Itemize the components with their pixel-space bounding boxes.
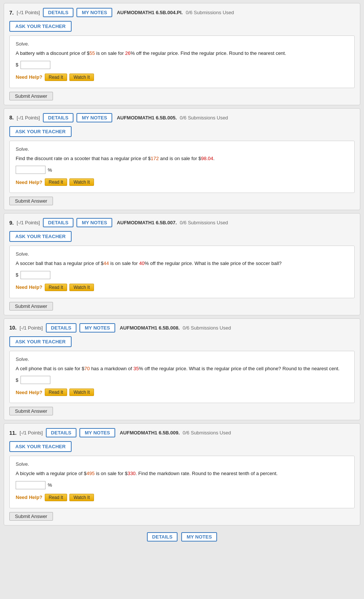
- ask-teacher-button[interactable]: ASK YOUR TEACHER: [9, 231, 72, 242]
- solve-label: Solve.: [16, 146, 348, 152]
- question-number: 7.: [9, 10, 14, 16]
- question-header: 10.[-/1 Points]DETAILSMY NOTESAUFMODMATH…: [9, 323, 355, 333]
- points-label: [-/1 Points]: [17, 10, 40, 15]
- question-header: 9.[-/1 Points]DETAILSMY NOTESAUFMODMATH1…: [9, 218, 355, 227]
- percent-label: %: [48, 482, 52, 488]
- ask-teacher-button[interactable]: ASK YOUR TEACHER: [9, 441, 72, 452]
- watch-it-button[interactable]: Watch It: [69, 389, 94, 396]
- bottom-details-button[interactable]: DETAILS: [147, 532, 178, 542]
- read-it-button[interactable]: Read It: [45, 389, 68, 396]
- dollar-sign: $: [16, 377, 18, 383]
- problem-text: A bicycle with a regular price of $495 i…: [16, 470, 348, 477]
- dollar-sign: $: [16, 62, 18, 68]
- answer-row: %: [16, 481, 348, 489]
- problem-id: AUFMODMATH1 6.5B.004.PI.: [117, 10, 183, 15]
- problem-text: Find the discount rate on a scooter that…: [16, 155, 348, 162]
- need-help-text: Need Help?: [16, 180, 43, 185]
- answer-row: $: [16, 271, 348, 279]
- my-notes-button[interactable]: MY NOTES: [76, 8, 112, 17]
- details-button[interactable]: DETAILS: [46, 428, 77, 437]
- problem-id: AUFMODMATH1 6.5B.007.: [117, 220, 177, 225]
- solve-box: Solve.A cell phone that is on sale for $…: [9, 351, 355, 403]
- solve-label: Solve.: [16, 251, 348, 257]
- need-help-text: Need Help?: [16, 74, 43, 80]
- points-label: [-/1 Points]: [19, 325, 43, 331]
- question-block-9: 9.[-/1 Points]DETAILSMY NOTESAUFMODMATH1…: [4, 213, 360, 315]
- ask-teacher-button[interactable]: ASK YOUR TEACHER: [9, 126, 72, 137]
- read-it-button[interactable]: Read It: [45, 494, 68, 501]
- submissions-label: 0/6 Submissions Used: [186, 10, 234, 15]
- read-it-button[interactable]: Read It: [45, 74, 68, 81]
- solve-box: Solve.A soccer ball that has a regular p…: [9, 246, 355, 298]
- solve-box: Solve.A bicycle with a regular price of …: [9, 456, 355, 508]
- question-number: 8.: [9, 115, 14, 121]
- submit-answer-button[interactable]: Submit Answer: [9, 512, 53, 521]
- watch-it-button[interactable]: Watch It: [69, 284, 94, 291]
- question-number: 10.: [9, 325, 16, 331]
- need-help-text: Need Help?: [16, 495, 43, 500]
- my-notes-button[interactable]: MY NOTES: [79, 428, 115, 437]
- solve-box: Solve.Find the discount rate on a scoote…: [9, 141, 355, 193]
- read-it-button[interactable]: Read It: [45, 178, 68, 186]
- need-help-row: Need Help?Read ItWatch It: [16, 74, 348, 81]
- answer-input[interactable]: [21, 271, 50, 279]
- submit-answer-button[interactable]: Submit Answer: [9, 302, 53, 311]
- answer-row: $: [16, 61, 348, 69]
- dollar-sign: $: [16, 272, 18, 278]
- question-header: 8.[-/1 Points]DETAILSMY NOTESAUFMODMATH1…: [9, 113, 355, 122]
- submissions-label: 0/6 Submissions Used: [183, 430, 231, 436]
- question-block-10: 10.[-/1 Points]DETAILSMY NOTESAUFMODMATH…: [4, 318, 360, 421]
- question-block-8: 8.[-/1 Points]DETAILSMY NOTESAUFMODMATH1…: [4, 108, 360, 210]
- my-notes-button[interactable]: MY NOTES: [79, 323, 115, 333]
- my-notes-button[interactable]: MY NOTES: [76, 113, 112, 122]
- my-notes-button[interactable]: MY NOTES: [76, 218, 112, 227]
- need-help-row: Need Help?Read ItWatch It: [16, 494, 348, 501]
- watch-it-button[interactable]: Watch It: [69, 74, 94, 81]
- question-number: 9.: [9, 220, 14, 226]
- read-it-button[interactable]: Read It: [45, 284, 68, 291]
- details-button[interactable]: DETAILS: [43, 113, 74, 122]
- problem-text: A cell phone that is on sale for $70 has…: [16, 365, 348, 372]
- need-help-row: Need Help?Read ItWatch It: [16, 284, 348, 291]
- ask-teacher-button[interactable]: ASK YOUR TEACHER: [9, 21, 72, 32]
- answer-input[interactable]: [16, 481, 46, 489]
- solve-label: Solve.: [16, 461, 348, 467]
- points-label: [-/1 Points]: [19, 430, 43, 436]
- watch-it-button[interactable]: Watch It: [69, 494, 94, 501]
- submissions-label: 0/6 Submissions Used: [183, 325, 231, 331]
- answer-input[interactable]: [16, 166, 46, 174]
- solve-box: Solve.A battery with a discount price of…: [9, 35, 355, 88]
- bottom-my-notes-button[interactable]: MY NOTES: [181, 532, 217, 542]
- details-button[interactable]: DETAILS: [46, 323, 77, 333]
- submissions-label: 0/6 Submissions Used: [180, 115, 228, 121]
- submit-answer-button[interactable]: Submit Answer: [9, 197, 53, 205]
- details-button[interactable]: DETAILS: [43, 218, 74, 227]
- watch-it-button[interactable]: Watch It: [69, 178, 94, 186]
- submit-answer-button[interactable]: Submit Answer: [9, 407, 53, 415]
- answer-input[interactable]: [21, 376, 50, 384]
- problem-id: AUFMODMATH1 6.5B.005.: [117, 115, 177, 121]
- details-button[interactable]: DETAILS: [43, 8, 74, 17]
- problem-id: AUFMODMATH1 6.5B.008.: [120, 325, 180, 331]
- submit-answer-button[interactable]: Submit Answer: [9, 92, 53, 100]
- answer-row: $: [16, 376, 348, 384]
- need-help-row: Need Help?Read ItWatch It: [16, 389, 348, 396]
- problem-id: AUFMODMATH1 6.5B.009.: [120, 430, 180, 436]
- question-block-11: 11.[-/1 Points]DETAILSMY NOTESAUFMODMATH…: [4, 423, 360, 525]
- question-header: 11.[-/1 Points]DETAILSMY NOTESAUFMODMATH…: [9, 428, 355, 437]
- solve-label: Solve.: [16, 41, 348, 47]
- solve-label: Solve.: [16, 356, 348, 362]
- ask-teacher-button[interactable]: ASK YOUR TEACHER: [9, 336, 72, 347]
- points-label: [-/1 Points]: [17, 115, 40, 121]
- answer-row: %: [16, 166, 348, 174]
- submissions-label: 0/6 Submissions Used: [180, 220, 228, 225]
- need-help-text: Need Help?: [16, 390, 43, 395]
- problem-text: A battery with a discount price of $55 i…: [16, 50, 348, 57]
- answer-input[interactable]: [21, 61, 50, 69]
- question-number: 11.: [9, 430, 16, 436]
- percent-label: %: [48, 167, 52, 173]
- problem-text: A soccer ball that has a regular price o…: [16, 260, 348, 267]
- question-header: 7.[-/1 Points]DETAILSMY NOTESAUFMODMATH1…: [9, 8, 355, 17]
- question-block-7: 7.[-/1 Points]DETAILSMY NOTESAUFMODMATH1…: [4, 3, 360, 105]
- need-help-text: Need Help?: [16, 284, 43, 290]
